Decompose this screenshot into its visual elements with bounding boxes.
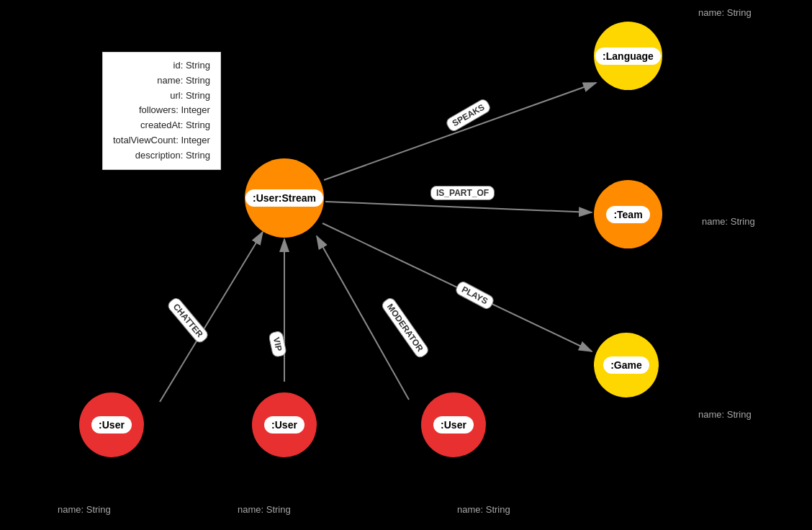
prop-id: id: String (113, 58, 210, 73)
language-property: name: String (698, 7, 752, 18)
chatter-edge-label: CHATTER (166, 296, 210, 345)
user1-property: name: String (58, 504, 111, 515)
node-user-1[interactable]: :User (79, 392, 144, 457)
prop-description: description: String (113, 148, 210, 163)
node-user-3-label: :User (433, 416, 474, 434)
node-language-label: :Language (595, 48, 661, 65)
prop-createdat: createdAt: String (113, 118, 210, 133)
node-user-stream-label: :User:Stream (245, 189, 323, 207)
is-part-of-arrow (325, 202, 592, 212)
is-part-of-edge-label: IS_PART_OF (430, 186, 495, 200)
node-user-2-label: :User (264, 416, 304, 434)
node-language[interactable]: :Language (594, 22, 662, 90)
prop-url: url: String (113, 89, 210, 104)
user2-property: name: String (238, 504, 291, 515)
node-user-stream[interactable]: :User:Stream (245, 158, 324, 238)
prop-totalviewcount: totalViewCount: Integer (113, 133, 210, 148)
moderator-edge-label: MODERATOR (380, 296, 430, 359)
speaks-arrow (324, 83, 596, 180)
property-box: id: String name: String url: String foll… (102, 52, 221, 170)
team-property: name: String (702, 216, 755, 227)
prop-followers: followers: Integer (113, 103, 210, 118)
game-property: name: String (698, 409, 752, 420)
node-user-3[interactable]: :User (421, 392, 486, 457)
node-game-label: :Game (603, 356, 649, 374)
node-team[interactable]: :Team (594, 180, 662, 248)
node-team-label: :Team (606, 206, 649, 223)
node-game[interactable]: :Game (594, 333, 659, 398)
vip-edge-label: VIP (268, 331, 287, 359)
prop-name: name: String (113, 73, 210, 89)
speaks-edge-label: SPEAKS (444, 97, 492, 133)
node-user-1-label: :User (91, 416, 132, 434)
user3-property: name: String (457, 504, 510, 515)
node-user-2[interactable]: :User (252, 392, 317, 457)
plays-edge-label: PLAYS (454, 279, 496, 310)
